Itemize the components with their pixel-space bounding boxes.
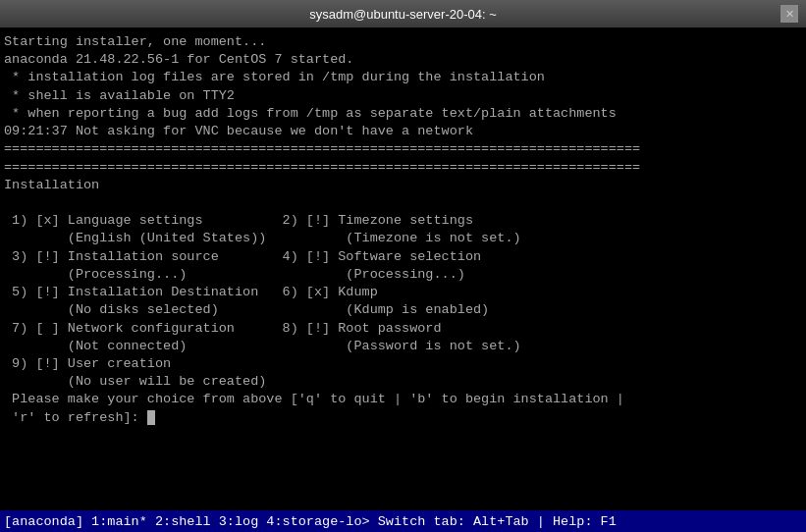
cursor [147, 410, 155, 425]
statusbar-text: [anaconda] 1:main* 2:shell 3:log 4:stora… [4, 514, 617, 529]
terminal-output[interactable]: Starting installer, one moment... anacon… [0, 27, 806, 510]
titlebar: sysadm@ubuntu-server-20-04: ~ ✕ [0, 0, 806, 27]
terminal-window: sysadm@ubuntu-server-20-04: ~ ✕ Starting… [0, 0, 806, 532]
status-bar: [anaconda] 1:main* 2:shell 3:log 4:stora… [0, 510, 806, 532]
close-button[interactable]: ✕ [780, 5, 798, 23]
window-title: sysadm@ubuntu-server-20-04: ~ [309, 7, 497, 22]
